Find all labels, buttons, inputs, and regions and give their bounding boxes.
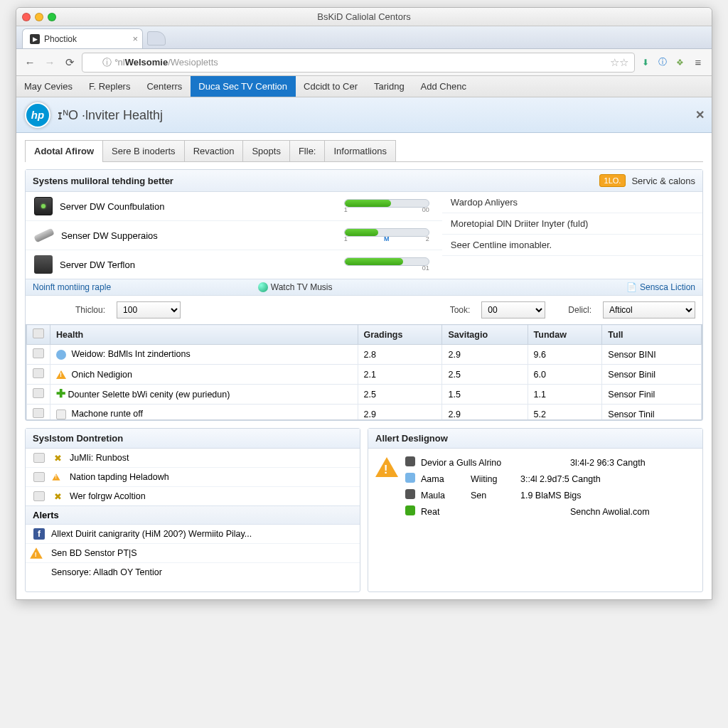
table-row[interactable]: Machone runte off2.92.95.2Sensor Tinil bbox=[27, 405, 702, 421]
health-table: HealthGradingsSavitagioTundawTull Weidow… bbox=[26, 324, 702, 420]
menubar-item-4[interactable]: Cdcidt to Cer bbox=[296, 76, 366, 97]
forward-button[interactable]: → bbox=[42, 55, 58, 70]
alert-row-0[interactable]: Devior a Gulls Alrino3l:4l-2 96:3 Cangth bbox=[405, 454, 695, 471]
health-subbar: Noinft montiing raple Watch TV Musis 📄Se… bbox=[26, 279, 702, 296]
table-row[interactable]: ✚ Dounter Selette bWi cenity (ew puriedu… bbox=[27, 385, 702, 405]
filter2-select[interactable]: 00 bbox=[481, 301, 545, 318]
alert-row-1[interactable]: AamaWiiting3::4l 2.9d7:5 Cangth bbox=[405, 471, 695, 487]
url-path: /Wesiopletts bbox=[168, 57, 218, 68]
health-item-label: Server DW Terflon bbox=[60, 259, 344, 270]
health-right-item-0[interactable]: Wardop Anliyers bbox=[442, 192, 702, 213]
hp-logo-icon: hp bbox=[25, 102, 50, 128]
subtab-3[interactable]: Spopts bbox=[242, 140, 289, 161]
row-checkbox-icon[interactable] bbox=[33, 388, 44, 398]
new-tab-button[interactable] bbox=[147, 31, 166, 46]
back-button[interactable]: ← bbox=[22, 55, 38, 70]
menubar-item-3[interactable]: Duca Sec TV Cention bbox=[191, 76, 296, 97]
table-col-2[interactable]: Gradings bbox=[358, 325, 442, 345]
browser-toolbar: ← → ⟳ ⓘ ᐤnl Welsomie /Wesiopletts ☆ ☆ ⬇ … bbox=[16, 49, 712, 76]
filter1-select[interactable]: 100 bbox=[117, 301, 181, 318]
subtab-0[interactable]: Adotal Afirow bbox=[25, 140, 103, 161]
menubar-item-0[interactable]: May Cevies bbox=[16, 76, 81, 97]
disk-icon bbox=[34, 197, 53, 215]
row-checkbox-icon[interactable] bbox=[33, 368, 44, 378]
menubar-item-1[interactable]: F. Replers bbox=[81, 76, 139, 97]
subtab-2[interactable]: Revaction bbox=[184, 140, 244, 161]
table-col-0[interactable] bbox=[27, 325, 50, 345]
alert-item-1[interactable]: Sen BD Senstor PT|S bbox=[26, 544, 360, 563]
app-header: hp ɪᴺO ·lnviter Healthj ✕ bbox=[16, 97, 712, 133]
stick-icon bbox=[33, 228, 55, 243]
bookmark-star2-icon[interactable]: ☆ bbox=[619, 56, 628, 69]
row-checkbox-icon[interactable] bbox=[33, 348, 44, 358]
tab-close-icon[interactable]: × bbox=[132, 33, 138, 44]
window-title: BsKiD Caliolal Centors bbox=[16, 11, 712, 22]
warning-icon bbox=[30, 547, 43, 558]
progress-bar bbox=[344, 228, 429, 237]
row-checkbox-icon[interactable] bbox=[33, 408, 44, 418]
syslstom-item-0[interactable]: ✖JuMIi: Runbost bbox=[26, 449, 360, 468]
table-col-1[interactable]: Health bbox=[50, 325, 358, 345]
select-all-icon[interactable] bbox=[33, 328, 44, 338]
subtab-1[interactable]: Sere B inoderts bbox=[102, 140, 185, 161]
health-item-label: Server DW Counfbulation bbox=[60, 201, 344, 212]
filter2-label: Took: bbox=[450, 305, 471, 315]
alert-item-0[interactable]: fAllext Duirit canigrarity (HiM 200?) We… bbox=[26, 525, 360, 544]
syslstom-item-1[interactable]: Nation tapding Heladowh bbox=[26, 468, 360, 487]
extension-1-icon[interactable]: ⬇ bbox=[639, 56, 652, 69]
menubar-item-5[interactable]: Taridng bbox=[366, 76, 413, 97]
alert-row-3[interactable]: ReatSenchn Awolial.com bbox=[405, 503, 695, 520]
health-item-1[interactable]: Senser DW Supperaios 1M2 bbox=[26, 221, 442, 250]
subbar-left-link[interactable]: Noinft montiing raple bbox=[33, 282, 111, 292]
alert-item-2[interactable]: Sensorye: Alladh OY Tentior bbox=[26, 563, 360, 582]
service-actions-link[interactable]: Servic & calons bbox=[631, 176, 695, 186]
menubar-item-2[interactable]: Centerrs bbox=[139, 76, 191, 97]
health-panel-title: Systens muliloral tehding better bbox=[33, 176, 173, 186]
browser-tabstrip: ▶ Phoctiok × bbox=[16, 26, 712, 49]
server-icon bbox=[34, 255, 53, 274]
system-donation-panel: Syslstom Dontretion ✖JuMIi: RunbostNatio… bbox=[25, 428, 360, 592]
url-prefix: ⓘ ᐤnl bbox=[102, 56, 125, 69]
reload-button[interactable]: ⟳ bbox=[62, 55, 77, 70]
browser-tab[interactable]: ▶ Phoctiok × bbox=[22, 28, 143, 48]
syslstom-item-2[interactable]: ✖Wer folrgw Acoltion bbox=[26, 487, 360, 505]
url-host: Welsomie bbox=[125, 57, 168, 68]
health-right-item-2[interactable]: Seer Centline imonabler. bbox=[442, 235, 702, 256]
app-close-icon[interactable]: ✕ bbox=[695, 108, 705, 122]
warning-large-icon bbox=[375, 457, 398, 477]
menubar-item-6[interactable]: Add Chenc bbox=[413, 76, 475, 97]
facebook-icon: f bbox=[33, 528, 45, 540]
bookmark-star-icon[interactable]: ☆ bbox=[610, 56, 619, 69]
table-col-5[interactable]: Tull bbox=[602, 325, 702, 345]
status-dot-icon bbox=[405, 456, 415, 466]
subtab-4[interactable]: Flle: bbox=[289, 140, 326, 161]
health-item-label: Senser DW Supperaios bbox=[61, 230, 344, 241]
app-menubar: May CeviesF. ReplersCenterrsDuca Sec TV … bbox=[16, 76, 712, 97]
alert-design-panel: Allert Deslignow Devior a Gulls Alrino3l… bbox=[368, 428, 703, 592]
tab-title: Phoctiok bbox=[44, 34, 77, 44]
extension-3-icon[interactable]: ❖ bbox=[673, 56, 686, 69]
tab-favicon-icon: ▶ bbox=[30, 34, 40, 44]
app-title: ɪᴺO ·lnviter Healthj bbox=[58, 107, 163, 123]
filter3-select[interactable]: Afticol bbox=[603, 301, 695, 318]
health-item-0[interactable]: Server DW Counfbulation 100 bbox=[26, 192, 442, 221]
table-col-4[interactable]: Tundaw bbox=[528, 325, 602, 345]
subtab-5[interactable]: Informatlions bbox=[324, 140, 395, 161]
health-right-item-1[interactable]: Moretopial DlN Driiter Inyter (fuld) bbox=[442, 213, 702, 235]
health-item-2[interactable]: Server DW Terflon 01 bbox=[26, 250, 442, 279]
extension-2-icon[interactable]: ⓘ bbox=[656, 56, 669, 69]
status-dot-icon bbox=[405, 489, 415, 499]
table-row[interactable]: Onich Nedigion2.12.56.0Sensor Binil bbox=[27, 365, 702, 385]
system-health-panel: Systens muliloral tehding better 1LO. Se… bbox=[25, 169, 703, 421]
subbar-mid-link[interactable]: Watch TV Musis bbox=[271, 282, 333, 292]
globe-icon bbox=[258, 282, 268, 292]
table-col-3[interactable]: Savitagio bbox=[442, 325, 528, 345]
table-row[interactable]: Weidow: BdMls Int zindertions2.82.99.6Se… bbox=[27, 345, 702, 365]
subbar-right-link[interactable]: Sensca Liction bbox=[640, 282, 695, 292]
alert-row-2[interactable]: MaulaSen1.9 BlaMS Bigs bbox=[405, 487, 695, 503]
ilo-badge[interactable]: 1LO. bbox=[599, 174, 626, 187]
status-dot-icon bbox=[405, 473, 415, 483]
hamburger-menu-icon[interactable]: ≡ bbox=[690, 55, 706, 70]
address-bar[interactable]: ⓘ ᐤnl Welsomie /Wesiopletts ☆ ☆ bbox=[82, 53, 635, 73]
site-info-icon[interactable] bbox=[88, 58, 98, 68]
